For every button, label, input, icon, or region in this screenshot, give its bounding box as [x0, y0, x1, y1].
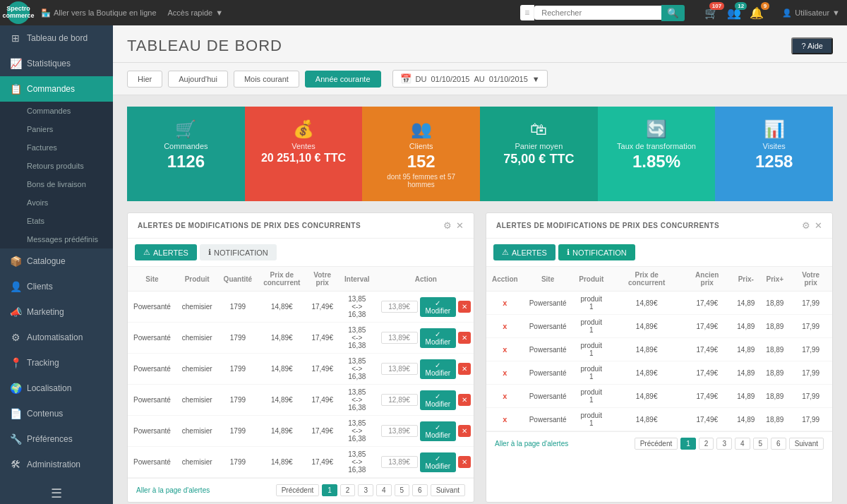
modify-btn-left-4[interactable]: ✓ Modifier — [420, 421, 457, 441]
filter-year[interactable]: Année courante — [305, 71, 381, 88]
price-input-left-4[interactable] — [381, 425, 418, 437]
sidebar-label-automatisation: Automatisation — [27, 332, 83, 342]
prev-btn-right[interactable]: Précédent — [635, 438, 678, 450]
sidebar-item-dashboard[interactable]: ⊞ Tableau de bord — [0, 25, 113, 51]
price-input-left-3[interactable] — [381, 394, 418, 406]
col-produit-r: Produit — [572, 267, 611, 292]
delete-btn-left-3[interactable]: ✕ — [458, 394, 471, 406]
stat-panier: 🛍 Panier moyen 75,00 € TTC — [480, 107, 598, 201]
users-icon-btn[interactable]: 👥12 — [727, 6, 741, 20]
sidebar-item-commandes[interactable]: 📋 Commandes — [0, 76, 113, 102]
date-to-value: 01/10/2015 — [489, 75, 528, 83]
tab-left-notif[interactable]: ℹ NOTIFICATION — [200, 244, 277, 260]
table-row: x Powersanté produit 1 14,89€ 17,49€ 14,… — [486, 292, 832, 315]
next-btn-right[interactable]: Suivant — [789, 438, 824, 450]
panel-right-tabs: ⚠ ALERTES ℹ NOTIFICATION — [486, 239, 832, 267]
help-button[interactable]: ? Aide — [791, 37, 833, 54]
settings-icon-right[interactable]: ⚙ — [802, 220, 810, 231]
modify-btn-left-0[interactable]: ✓ Modifier — [420, 297, 457, 317]
shop-link[interactable]: 🏪 Aller vers la Boutique en ligne — [41, 8, 157, 18]
logo[interactable]: Spectrocommerce — [7, 1, 30, 24]
page-6-left[interactable]: 6 — [412, 484, 428, 496]
close-icon[interactable]: ✕ — [456, 220, 464, 231]
filter-hier[interactable]: Hier — [127, 71, 162, 88]
sidebar-item-clients[interactable]: 👤 Clients — [0, 274, 113, 299]
submenu-retours[interactable]: Retours produits — [0, 157, 113, 175]
price-input-left-5[interactable] — [381, 456, 418, 468]
submenu-messages[interactable]: Messages prédéfinis — [0, 230, 113, 248]
stats-icon: 📈 — [10, 58, 21, 69]
submenu-bons[interactable]: Bons de livraison — [0, 175, 113, 193]
cart-icon-btn[interactable]: 🛒107 — [704, 6, 719, 20]
submenu-factures[interactable]: Factures — [0, 138, 113, 157]
nav-link-right[interactable]: Aller à la page d'alertes — [495, 440, 568, 448]
notif-icon-btn[interactable]: 🔔9 — [750, 6, 764, 20]
date-range[interactable]: 📅 DU 01/10/2015 AU 01/10/2015 ▼ — [392, 70, 548, 88]
transformation-stat-label: Taux de transformation — [617, 142, 696, 150]
topbar: Spectrocommerce 🏪 Aller vers la Boutique… — [0, 0, 847, 25]
user-chevron-icon: ▼ — [832, 8, 840, 17]
submenu-commandes[interactable]: Commandes — [0, 102, 113, 120]
page-3-left[interactable]: 3 — [358, 484, 373, 496]
price-input-left-0[interactable] — [381, 301, 418, 313]
submenu-avoirs[interactable]: Avoirs — [0, 193, 113, 212]
catalogue-icon: 📦 — [10, 256, 21, 267]
search-input[interactable] — [534, 6, 661, 20]
delete-btn-left-0[interactable]: ✕ — [458, 301, 471, 313]
col-produit: Produit — [176, 267, 218, 292]
filter-today[interactable]: Aujourd'hui — [168, 71, 228, 88]
filter-month[interactable]: Mois courant — [234, 71, 299, 88]
next-btn-left[interactable]: Suivant — [431, 484, 465, 496]
quick-access-link[interactable]: Accès rapide ▼ — [168, 8, 223, 17]
modify-btn-left-1[interactable]: ✓ Modifier — [420, 328, 457, 348]
page-4-left[interactable]: 4 — [376, 484, 392, 496]
sidebar-item-administration[interactable]: 🛠 Administration — [0, 452, 113, 477]
price-input-left-1[interactable] — [381, 332, 418, 344]
submenu-etats[interactable]: Etats — [0, 212, 113, 230]
modify-btn-left-2[interactable]: ✓ Modifier — [420, 359, 457, 379]
settings-icon[interactable]: ⚙ — [443, 220, 452, 231]
user-icon: 👤 — [782, 8, 792, 18]
page-5-left[interactable]: 5 — [395, 484, 410, 496]
table-row: x Powersanté produit 1 14,89€ 17,49€ 14,… — [486, 338, 832, 361]
delete-btn-left-4[interactable]: ✕ — [458, 425, 471, 437]
calendar-icon: 📅 — [400, 73, 412, 84]
delete-btn-left-2[interactable]: ✕ — [458, 363, 471, 375]
col-acction: Acction — [486, 267, 524, 292]
page-1-right[interactable]: 1 — [680, 438, 696, 450]
sidebar-item-automatisation[interactable]: ⚙ Automatisation — [0, 325, 113, 350]
sidebar-item-preferences[interactable]: 🔧 Préférences — [0, 426, 113, 452]
sidebar-item-stats[interactable]: 📈 Statistiques — [0, 51, 113, 76]
sidebar-item-catalogue[interactable]: 📦 Catalogue — [0, 248, 113, 274]
sidebar-item-tracking[interactable]: 📍 Tracking — [0, 350, 113, 376]
modify-btn-left-3[interactable]: ✓ Modifier — [420, 390, 457, 410]
tab-left-alerts[interactable]: ⚠ ALERTES — [135, 244, 197, 260]
content-area: ALERTES DE MODIFICATIONS DE PRIX DES CON… — [113, 212, 847, 504]
page-5-right[interactable]: 5 — [753, 438, 769, 450]
sidebar-item-marketing[interactable]: 📣 Marketing — [0, 299, 113, 325]
col-ancien-prix: Ancien prix — [683, 267, 731, 292]
submenu-paniers[interactable]: Paniers — [0, 120, 113, 138]
delete-btn-left-5[interactable]: ✕ — [458, 456, 471, 468]
sidebar-submenu-commandes: Commandes Paniers Factures Retours produ… — [0, 102, 113, 248]
page-3-right[interactable]: 3 — [716, 438, 732, 450]
page-2-right[interactable]: 2 — [699, 438, 714, 450]
modify-btn-left-5[interactable]: ✓ Modifier — [420, 452, 457, 472]
tab-right-notif[interactable]: ℹ NOTIFICATION — [558, 244, 635, 260]
prev-btn-left[interactable]: Précédent — [276, 484, 320, 496]
page-2-left[interactable]: 2 — [340, 484, 356, 496]
page-title: TABLEAU DE BORD — [127, 37, 282, 55]
sidebar-item-contenus[interactable]: 📄 Contenus — [0, 401, 113, 426]
page-1-left[interactable]: 1 — [322, 484, 337, 496]
delete-btn-left-1[interactable]: ✕ — [458, 332, 471, 344]
user-menu[interactable]: 👤 Utilisateur ▼ — [782, 8, 840, 18]
sidebar-item-localisation[interactable]: 🌍 Localisation — [0, 376, 113, 401]
nav-link-left[interactable]: Aller à la page d'alertes — [136, 486, 210, 494]
tab-right-alerts[interactable]: ⚠ ALERTES — [493, 244, 555, 260]
page-6-right[interactable]: 6 — [771, 438, 786, 450]
sidebar-toggle[interactable]: ☰ — [0, 477, 113, 504]
search-button[interactable]: 🔍 — [661, 5, 685, 21]
page-4-right[interactable]: 4 — [735, 438, 750, 450]
close-icon-right[interactable]: ✕ — [815, 220, 822, 231]
price-input-left-2[interactable] — [381, 363, 418, 375]
